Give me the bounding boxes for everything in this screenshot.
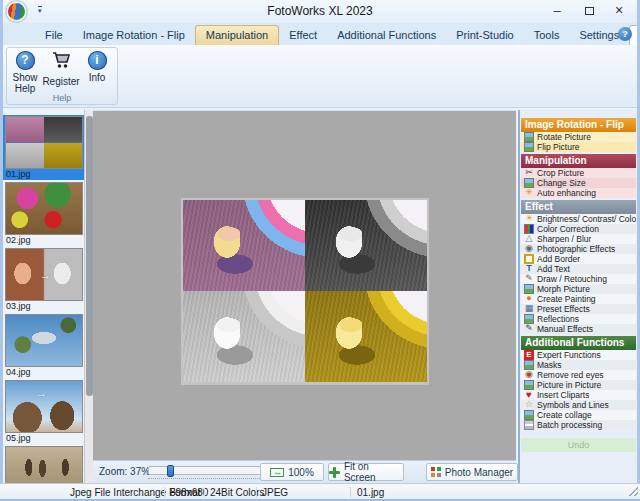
thumbnail-item-03[interactable]: 03.jpg <box>3 247 84 312</box>
title-bar: ▾ FotoWorks XL 2023 – × <box>0 0 640 23</box>
thumbnail-image-06[interactable] <box>5 446 83 483</box>
rotate-picture-icon <box>524 132 534 142</box>
photo-manager-button[interactable]: Photo Manager <box>426 463 518 481</box>
thumbnail-label: 03.jpg <box>5 301 83 312</box>
info-button[interactable]: i Info <box>79 48 115 92</box>
panel-item-rotate-picture[interactable]: Rotate Picture <box>521 132 636 142</box>
quick-access-dropdown-icon[interactable]: ▾ <box>38 6 42 15</box>
thumbnail-image-01[interactable] <box>5 116 83 169</box>
panel-item-label: Masks <box>537 360 562 370</box>
sun-icon <box>524 214 534 224</box>
panel-item-create-painting[interactable]: Create Painting <box>521 294 636 304</box>
panel-item-auto-enhancing[interactable]: Auto enhancing <box>521 188 636 198</box>
panel-item-picture-in-picture[interactable]: Picture in Picture <box>521 380 636 390</box>
fit-screen-icon <box>329 467 340 478</box>
thumbnail-image-05[interactable] <box>5 380 83 433</box>
fit-on-screen-label: Fit on Screen <box>344 461 403 483</box>
thumbnail-item-02[interactable]: 02.jpg <box>3 181 84 246</box>
status-separator <box>350 487 351 498</box>
zoom-slider-thumb[interactable] <box>167 465 174 477</box>
photo-manager-icon <box>431 467 441 477</box>
panel-item-label: Sharpen / Blur <box>537 234 591 244</box>
thumbnail-item-05[interactable]: 05.jpg <box>3 379 84 444</box>
undo-button[interactable]: Undo <box>521 438 636 452</box>
photo-manager-label: Photo Manager <box>445 467 513 478</box>
panel-item-change-size[interactable]: Change Size <box>521 178 636 188</box>
collage-icon <box>524 410 534 420</box>
panel-item-create-collage[interactable]: Create collage <box>521 410 636 420</box>
panel-item-color-correction[interactable]: Color Correction <box>521 224 636 234</box>
panel-header-image-rotation-flip: Image Rotation - Flip <box>521 118 636 132</box>
panel-item-reflections[interactable]: Reflections <box>521 314 636 324</box>
panel-item-remove-red-eyes[interactable]: Remove red eyes <box>521 370 636 380</box>
pencil-icon <box>524 274 534 284</box>
tab-image-rotation-flip[interactable]: Image Rotation - Flip <box>73 26 195 45</box>
resize-grip[interactable] <box>628 486 638 496</box>
eye-icon <box>524 370 534 380</box>
show-help-button[interactable]: ? Show Help <box>7 48 43 92</box>
minimize-button[interactable]: – <box>542 0 572 21</box>
panel-item-expert-functions[interactable]: E Expert Functions <box>521 350 636 360</box>
tab-tools[interactable]: Tools <box>524 26 570 45</box>
tab-additional-functions[interactable]: Additional Functions <box>327 26 446 45</box>
panel-header-manipulation: Manipulation <box>521 154 636 168</box>
thumbnail-sidebar: 01.jpg 02.jpg 03.jpg 04.jpg 05.jpg <box>3 110 84 483</box>
panel-item-label: Picture in Picture <box>537 380 601 390</box>
panel-item-draw-retouching[interactable]: Draw / Retouching <box>521 274 636 284</box>
camera-icon <box>524 244 534 254</box>
tab-print-studio[interactable]: Print-Studio <box>446 26 523 45</box>
panel-item-add-border[interactable]: Add Border <box>521 254 636 264</box>
status-file-type: JPEG <box>262 487 288 498</box>
thumbnail-image-02[interactable] <box>5 182 83 235</box>
panel-item-flip-picture[interactable]: Flip Picture <box>521 142 636 152</box>
tab-manipulation[interactable]: Manipulation <box>195 25 279 45</box>
magic-wand-icon <box>524 188 534 198</box>
actual-size-button[interactable]: 100% <box>260 463 324 481</box>
thumbnail-item-06[interactable] <box>3 445 84 483</box>
info-icon: i <box>88 51 107 70</box>
panel-item-label: Rotate Picture <box>537 132 591 142</box>
thumbnail-image-03[interactable] <box>5 248 83 301</box>
thumbnail-item-01[interactable]: 01.jpg <box>3 115 84 180</box>
flip-picture-icon <box>524 142 534 152</box>
shopping-cart-icon <box>51 51 71 74</box>
panel-item-label: Add Border <box>537 254 580 264</box>
tab-file[interactable]: File <box>35 26 73 45</box>
panel-item-photographic-effects[interactable]: Photographic Effects <box>521 244 636 254</box>
actual-size-icon <box>270 468 284 477</box>
panel-item-label: Manual Effects <box>537 324 593 334</box>
status-bar: Jpeg File Interchange Format 898x680 24B… <box>0 483 640 501</box>
register-button[interactable]: Register <box>43 48 79 92</box>
close-button[interactable]: × <box>604 0 634 21</box>
thumbnail-scrollbar-thumb[interactable] <box>86 116 93 396</box>
panel-item-crop-picture[interactable]: Crop Picture <box>521 168 636 178</box>
panel-item-add-text[interactable]: Add Text <box>521 264 636 274</box>
panel-item-masks[interactable]: Masks <box>521 360 636 370</box>
thumbnail-item-04[interactable]: 04.jpg <box>3 313 84 378</box>
panel-item-morph-picture[interactable]: Morph Picture <box>521 284 636 294</box>
panel-item-manual-effects[interactable]: Manual Effects <box>521 324 636 334</box>
panel-item-batch-processing[interactable]: Batch processing <box>521 420 636 430</box>
crop-scissors-icon <box>524 168 534 178</box>
ribbon-group-help: ? Show Help Register i <box>6 47 118 105</box>
panel-item-insert-cliparts[interactable]: Insert Cliparts <box>521 390 636 400</box>
batch-stack-icon <box>524 420 534 430</box>
panel-item-symbols-and-lines[interactable]: Symbols and Lines <box>521 400 636 410</box>
status-dimensions: 898x680 <box>170 487 208 498</box>
panel-item-preset-effects[interactable]: Preset Effects <box>521 304 636 314</box>
panel-header-additional-functions: Additional Functions <box>521 336 636 350</box>
window-title: FotoWorks XL 2023 <box>267 4 372 18</box>
panel-item-sharpen-blur[interactable]: Sharpen / Blur <box>521 234 636 244</box>
tab-effect[interactable]: Effect <box>279 26 327 45</box>
thumbnail-scrollbar[interactable] <box>84 110 93 483</box>
maximize-button[interactable] <box>574 0 604 21</box>
fit-on-screen-button[interactable]: Fit on Screen <box>328 463 404 481</box>
help-badge-icon[interactable]: ? <box>618 27 632 41</box>
thumbnail-image-04[interactable] <box>5 314 83 367</box>
panel-item-label: Remove red eyes <box>537 370 604 380</box>
grid-icon <box>524 304 534 314</box>
panel-item-label: Auto enhancing <box>537 188 596 198</box>
panel-item-label: Photographic Effects <box>537 244 615 254</box>
maximize-icon <box>585 7 594 15</box>
panel-item-brightness-contrast-color[interactable]: Brightness/ Contrast/ Color <box>521 214 636 224</box>
